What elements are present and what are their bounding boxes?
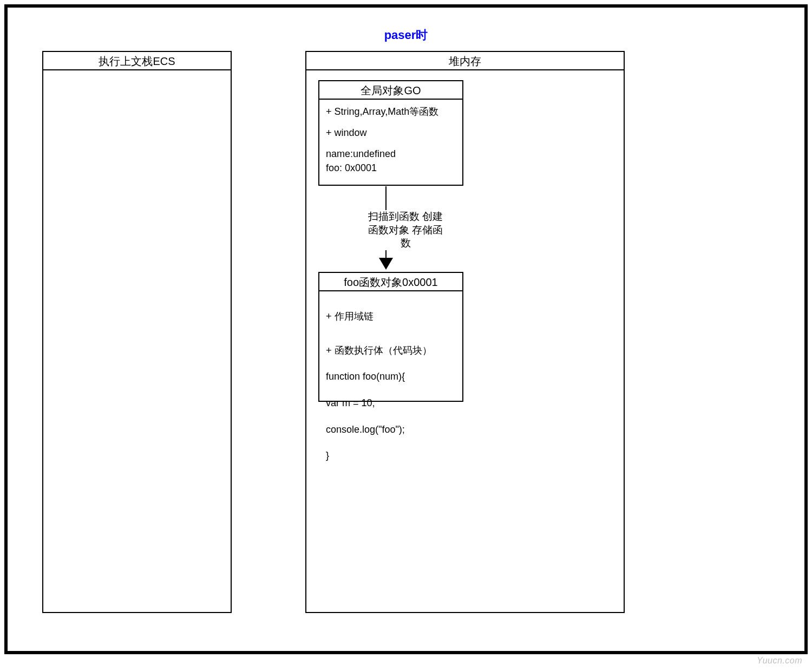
global-object-content: + String,Array,Math等函数 + window name:und…	[319, 100, 462, 180]
global-object-box: 全局对象GO + String,Array,Math等函数 + window n…	[318, 80, 463, 186]
arrow-go-to-foo: 扫描到函数 创建函数对象 存储函数	[344, 186, 442, 270]
foo-function-content: + 作用域链 + 函数执行体（代码块） function foo(num){ v…	[319, 291, 462, 481]
foo-scope-chain: + 作用域链	[326, 310, 456, 323]
ecs-stack-header: 执行上文栈ECS	[43, 52, 231, 70]
go-foo-value: foo: 0x0001	[326, 161, 456, 175]
foo-code-line-2: var m = 10;	[326, 396, 456, 409]
go-window: + window	[326, 126, 456, 140]
heap-memory-box: 堆内存 全局对象GO + String,Array,Math等函数 + wind…	[305, 51, 625, 613]
foo-body-label: + 函数执行体（代码块）	[326, 344, 456, 357]
global-object-header: 全局对象GO	[319, 81, 462, 100]
arrow-head-icon	[379, 258, 393, 270]
heap-memory-header: 堆内存	[306, 52, 624, 70]
foo-function-header: foo函数对象0x0001	[319, 273, 462, 291]
foo-code-line-1: function foo(num){	[326, 370, 456, 383]
foo-code-line-4: }	[326, 449, 456, 462]
diagram-frame: paser时 执行上文栈ECS 堆内存 全局对象GO + String,Arra…	[4, 4, 808, 654]
watermark-text: Yuucn.com	[757, 656, 802, 666]
go-name-value: name:undefined	[326, 147, 456, 161]
foo-function-object-box: foo函数对象0x0001 + 作用域链 + 函数执行体（代码块） functi…	[318, 272, 463, 402]
ecs-stack-box: 执行上文栈ECS	[42, 51, 232, 613]
arrow-label: 扫描到函数 创建函数对象 存储函数	[365, 210, 446, 250]
diagram-title: paser时	[384, 27, 428, 43]
go-builtin-functions: + String,Array,Math等函数	[326, 105, 456, 119]
go-variables: name:undefined foo: 0x0001	[326, 147, 456, 174]
foo-code-line-3: console.log("foo");	[326, 423, 456, 436]
